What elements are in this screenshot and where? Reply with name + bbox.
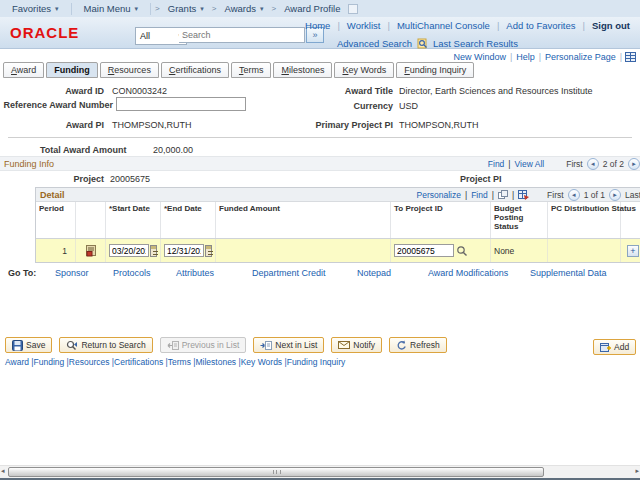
view-all-popout-icon[interactable] xyxy=(498,190,508,199)
main-menu[interactable]: Main Menu ▾ xyxy=(72,0,151,17)
goto-supplemental-data-link[interactable]: Supplemental Data xyxy=(530,268,607,278)
find-link[interactable]: Find xyxy=(488,159,505,169)
table-row: 1 xyxy=(36,238,640,262)
scroll-left-icon[interactable]: ◂ xyxy=(1,467,5,475)
to-project-id-input[interactable] xyxy=(394,244,454,257)
last-search-results-link[interactable]: Last Search Results xyxy=(433,38,518,49)
add-row-button[interactable]: + xyxy=(627,245,639,257)
breadcrumb-grants[interactable]: Grants ▾ xyxy=(164,0,208,17)
home-link[interactable]: Home xyxy=(298,20,337,31)
copy-url-grid-icon[interactable] xyxy=(625,52,636,62)
divider: | xyxy=(620,52,622,62)
return-to-search-button[interactable]: Return to Search xyxy=(59,337,152,353)
detail-grid: Detail Personalize | Find | | Firs xyxy=(35,187,640,263)
scrollbar-thumb[interactable] xyxy=(8,467,544,477)
previous-in-list-label: Previous in List xyxy=(182,340,240,350)
footer-link-milestones[interactable]: Milestones xyxy=(195,357,240,367)
view-all-link[interactable]: View All xyxy=(515,159,545,169)
funding-info-title: Funding Info xyxy=(0,159,54,169)
budget-icon[interactable] xyxy=(84,244,97,257)
save-icon xyxy=(12,340,23,351)
worklist-link[interactable]: Worklist xyxy=(340,20,388,31)
tab-award[interactable]: Award xyxy=(3,62,44,78)
breadcrumb-separator: > xyxy=(151,4,164,13)
next-row-icon[interactable]: ▸ xyxy=(628,158,640,170)
tab-label: Milestones xyxy=(281,65,324,75)
previous-in-list-button[interactable]: Previous in List xyxy=(160,337,247,353)
next-in-list-button[interactable]: Next in List xyxy=(253,337,324,353)
help-link[interactable]: Help xyxy=(512,52,539,62)
tab-key-words[interactable]: Key Words xyxy=(334,62,394,78)
end-date-input[interactable] xyxy=(164,244,204,257)
search-input[interactable] xyxy=(179,27,305,43)
download-to-excel-icon[interactable] xyxy=(518,190,529,200)
previous-row-icon[interactable]: ◂ xyxy=(587,158,599,170)
peoplesoft-award-profile-screen: Favorites ▾ Main Menu ▾ > Grants ▾ > Awa… xyxy=(0,0,640,480)
goto-attributes-link[interactable]: Attributes xyxy=(176,268,214,278)
multichannel-console-link[interactable]: MultiChannel Console xyxy=(390,20,497,31)
save-button[interactable]: Save xyxy=(5,337,52,353)
scrollbar-grip xyxy=(273,470,281,474)
funded-amount-cell xyxy=(216,239,391,262)
notify-button[interactable]: Notify xyxy=(331,337,382,353)
next-row-icon[interactable]: ▸ xyxy=(609,189,621,201)
first-label[interactable]: First xyxy=(566,159,583,169)
goto-protocols-link[interactable]: Protocols xyxy=(113,268,151,278)
total-award-amount-label: Total Award Amount xyxy=(40,145,148,155)
favorites-menu[interactable]: Favorites ▾ xyxy=(0,0,71,17)
footer-link-funding[interactable]: Funding xyxy=(34,357,69,367)
previous-row-icon[interactable]: ◂ xyxy=(568,189,580,201)
personalize-page-link[interactable]: Personalize Page xyxy=(541,52,620,62)
row-position: 1 of 1 xyxy=(584,190,605,200)
sign-out-link[interactable]: Sign out xyxy=(585,20,630,31)
find-link[interactable]: Find xyxy=(471,190,488,200)
goto-award-modifications-link[interactable]: Award Modifications xyxy=(428,268,508,278)
footer-link-terms[interactable]: Terms xyxy=(168,357,196,367)
footer-link-award[interactable]: Award xyxy=(5,357,34,367)
detail-grid-controls: Personalize | Find | | First ◂ 1 xyxy=(416,189,640,201)
budget-cell xyxy=(76,239,106,262)
footer-page-links: Award Funding Resources Certifications T… xyxy=(5,357,345,367)
footer-link-funding-inquiry[interactable]: Funding Inquiry xyxy=(287,357,346,367)
new-window-link[interactable]: New Window xyxy=(449,52,510,62)
advanced-search-link[interactable]: Advanced Search xyxy=(337,38,412,49)
reference-award-number-input[interactable] xyxy=(116,97,246,111)
start-date-input[interactable] xyxy=(109,244,149,257)
refresh-button[interactable]: Refresh xyxy=(389,337,447,353)
pc-distribution-status-value xyxy=(548,239,621,262)
last-label: Last xyxy=(625,190,640,200)
footer-link-resources[interactable]: Resources xyxy=(69,357,114,367)
footer-link-certifications[interactable]: Certifications xyxy=(114,357,168,367)
breadcrumb-awards[interactable]: Awards ▾ xyxy=(220,0,267,17)
goto-sponsor-link[interactable]: Sponsor xyxy=(55,268,89,278)
tab-certifications[interactable]: Certifications xyxy=(161,62,229,78)
tab-terms[interactable]: Terms xyxy=(231,62,272,78)
calendar-icon[interactable] xyxy=(150,245,157,257)
tab-milestones[interactable]: Milestones xyxy=(273,62,332,78)
divider: | xyxy=(512,190,514,200)
personalize-link[interactable]: Personalize xyxy=(416,190,460,200)
row-position: 2 of 2 xyxy=(603,159,624,169)
add-to-favorites-link[interactable]: Add to Favorites xyxy=(499,20,582,31)
return-to-search-label: Return to Search xyxy=(81,340,145,350)
goto-notepad-link[interactable]: Notepad xyxy=(357,268,391,278)
horizontal-scrollbar[interactable]: ◂ ▸ xyxy=(0,465,640,478)
save-label: Save xyxy=(26,340,45,350)
notify-icon xyxy=(338,340,350,350)
tab-funding[interactable]: Funding xyxy=(46,62,98,78)
page-pin-icon xyxy=(348,4,358,14)
add-button[interactable]: Add xyxy=(593,339,636,355)
detail-column-headers: Period *Start Date *End Date Funded Amou… xyxy=(36,202,640,238)
chevron-down-icon: ▾ xyxy=(135,5,139,13)
chevron-down-icon: ▾ xyxy=(55,5,59,13)
next-in-list-icon xyxy=(260,340,272,351)
scroll-right-icon[interactable]: ▸ xyxy=(635,467,639,475)
tab-funding-inquiry[interactable]: Funding Inquiry xyxy=(396,62,474,78)
goto-department-credit-link[interactable]: Department Credit xyxy=(252,268,326,278)
total-award-amount-value: 20,000.00 xyxy=(153,145,193,155)
lookup-icon[interactable] xyxy=(456,245,468,257)
footer-link-key-words[interactable]: Key Words xyxy=(241,357,287,367)
tab-resources[interactable]: Resources xyxy=(100,62,159,78)
to-project-id-cell xyxy=(391,239,491,262)
calendar-icon[interactable] xyxy=(205,245,212,257)
